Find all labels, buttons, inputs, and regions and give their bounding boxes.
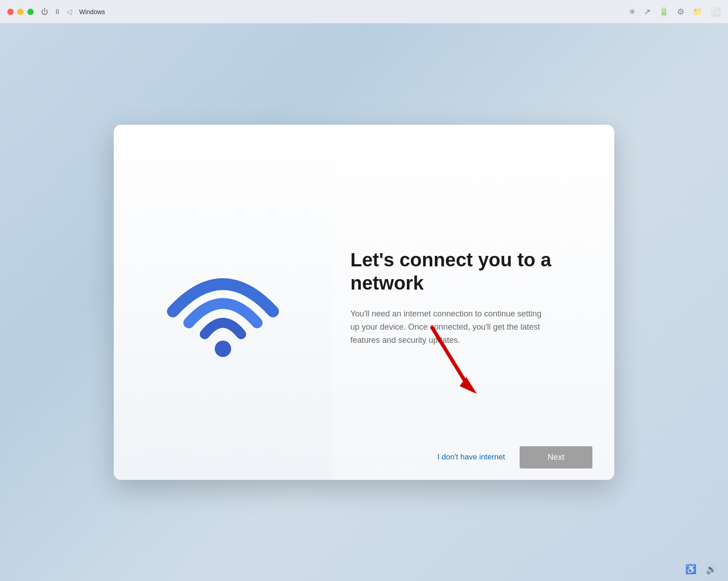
no-internet-button[interactable]: I don't have internet	[437, 453, 505, 462]
setup-title: Let's connect you to a network	[350, 249, 587, 295]
titlebar-controls: ⏻ ⏸ ◁ Windows	[41, 7, 105, 16]
bottom-bar: I don't have internet Next	[114, 434, 614, 480]
right-panel: Let's connect you to a network You'll ne…	[332, 125, 614, 480]
settings-icon: ⚙	[677, 7, 684, 17]
minimize-button[interactable]	[17, 9, 24, 15]
volume-icon: 🔊	[706, 564, 717, 575]
setup-description: You'll need an internet connection to co…	[350, 307, 551, 347]
maximize-button[interactable]	[27, 9, 34, 15]
cursor-icon: ↗	[644, 7, 651, 17]
statusbar: ♿ 🔊	[0, 557, 728, 581]
sparkle-icon: ✳	[629, 7, 636, 17]
titlebar: ⏻ ⏸ ◁ Windows ✳ ↗ 🔋 ⚙ 📁 ⬜	[0, 0, 728, 24]
titlebar-title: Windows	[79, 8, 105, 15]
back-icon: ◁	[66, 7, 72, 16]
next-button[interactable]: Next	[520, 446, 592, 469]
battery-icon: 🔋	[659, 7, 669, 17]
pause-icon: ⏸	[54, 8, 61, 16]
content-area: Let's connect you to a network You'll ne…	[0, 24, 728, 581]
svg-point-0	[215, 341, 231, 357]
close-button[interactable]	[7, 9, 14, 15]
wifi-icon	[164, 248, 282, 357]
traffic-lights	[7, 9, 34, 15]
window-icon: ⬜	[711, 7, 721, 17]
left-panel	[114, 125, 332, 480]
power-icon: ⏻	[41, 8, 48, 16]
accessibility-icon: ♿	[685, 564, 697, 575]
folder-icon: 📁	[693, 7, 703, 17]
titlebar-right-icons: ✳ ↗ 🔋 ⚙ 📁 ⬜	[629, 7, 721, 17]
setup-dialog: Let's connect you to a network You'll ne…	[114, 125, 614, 480]
